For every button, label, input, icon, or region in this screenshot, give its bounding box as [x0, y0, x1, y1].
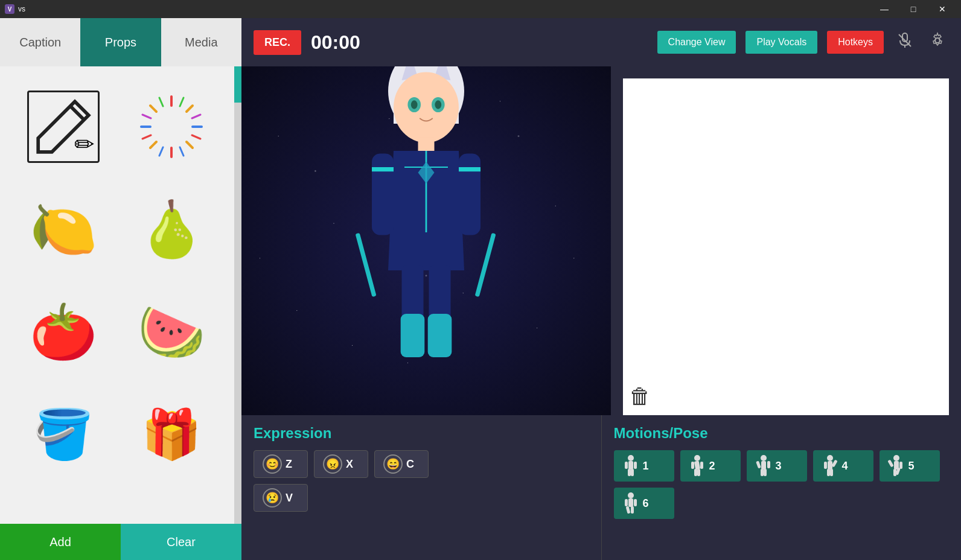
- sidebar-tabs: Caption Props Media: [0, 18, 241, 66]
- change-view-button[interactable]: Change View: [657, 31, 736, 54]
- expr-face-z: 😊: [263, 454, 282, 474]
- firework-icon: [135, 91, 208, 163]
- motion-button-2[interactable]: 2: [680, 450, 741, 482]
- svg-rect-32: [372, 154, 394, 235]
- maximize-button[interactable]: □: [899, 0, 927, 18]
- svg-point-66: [893, 455, 899, 461]
- svg-line-5: [187, 106, 193, 112]
- motion-button-1[interactable]: 1: [614, 450, 674, 482]
- svg-rect-55: [761, 461, 766, 469]
- expression-buttons: 😊 Z 😠 X 😄 C: [254, 450, 589, 512]
- rec-button[interactable]: REC.: [254, 30, 301, 55]
- motion-num-1: 1: [643, 460, 649, 472]
- prop-chest[interactable]: 🪣: [12, 386, 114, 483]
- prop-pear[interactable]: 🍐: [120, 181, 222, 278]
- svg-line-11: [192, 115, 200, 118]
- prop-tomato[interactable]: 🍅: [12, 284, 114, 380]
- gift-emoji: 🎁: [135, 398, 208, 471]
- svg-rect-46: [628, 469, 631, 476]
- minimize-button[interactable]: —: [870, 0, 898, 18]
- svg-rect-43: [628, 461, 633, 469]
- svg-rect-44: [625, 462, 628, 469]
- svg-line-8: [159, 98, 163, 106]
- svg-rect-53: [697, 469, 700, 476]
- svg-rect-69: [899, 462, 902, 469]
- expr-key-v: V: [286, 492, 293, 504]
- expression-panel: Expression 😊 Z 😠 X: [241, 415, 601, 560]
- expr-key-c: C: [406, 458, 414, 471]
- prop-firework[interactable]: [120, 78, 222, 175]
- trash-icon[interactable]: 🗑: [629, 384, 651, 409]
- motion-silhouette-2: [689, 455, 706, 477]
- motion-silhouette-6: [622, 492, 639, 514]
- expr-face-x: 😠: [323, 454, 342, 474]
- sidebar-bottom: Add Clear: [0, 524, 241, 560]
- motion-num-3: 3: [776, 460, 782, 472]
- mic-button[interactable]: [893, 29, 916, 56]
- sidebar-scrollbar[interactable]: [234, 66, 241, 524]
- motion-silhouette-1: [622, 455, 639, 477]
- svg-rect-61: [828, 461, 832, 469]
- svg-rect-35: [459, 167, 481, 171]
- toolbar: REC. 00:00 Change View Play Vocals Hotke…: [241, 18, 961, 66]
- svg-rect-62: [824, 462, 827, 469]
- svg-rect-51: [700, 462, 703, 469]
- motion-button-5[interactable]: 5: [880, 450, 940, 482]
- character-svg: [318, 66, 535, 415]
- prop-gift[interactable]: 🎁: [120, 386, 222, 483]
- add-button[interactable]: Add: [0, 524, 121, 560]
- sidebar-scroll-container: 🍋 🍐 🍅 🍉 🪣: [0, 66, 241, 524]
- motion-num-6: 6: [643, 497, 649, 510]
- svg-rect-39: [428, 314, 452, 357]
- prop-draw[interactable]: [12, 78, 114, 175]
- expr-button-z[interactable]: 😊 Z: [254, 450, 308, 478]
- expr-button-x[interactable]: 😠 X: [314, 450, 368, 478]
- character-view: [241, 66, 611, 415]
- settings-button[interactable]: [926, 29, 949, 56]
- svg-point-28: [411, 100, 418, 109]
- tab-media[interactable]: Media: [161, 18, 241, 66]
- preview-area: 🗑: [241, 66, 961, 415]
- svg-line-13: [192, 135, 200, 139]
- play-vocals-button[interactable]: Play Vocals: [745, 31, 817, 54]
- expr-button-v[interactable]: 😢 V: [254, 484, 308, 512]
- expr-row-1: 😊 Z 😠 X 😄 C: [254, 450, 589, 478]
- svg-rect-64: [827, 469, 830, 476]
- svg-line-15: [180, 147, 184, 156]
- svg-point-60: [827, 455, 833, 461]
- pear-emoji: 🍐: [135, 193, 208, 266]
- motion-button-6[interactable]: 6: [614, 488, 674, 519]
- sidebar: Caption Props Media: [0, 18, 241, 560]
- motion-button-3[interactable]: 3: [747, 450, 807, 482]
- svg-rect-45: [634, 462, 637, 469]
- main-content: Caption Props Media: [0, 18, 961, 560]
- tab-props[interactable]: Props: [80, 18, 161, 66]
- title-bar: V vs — □ ✕: [0, 0, 961, 18]
- expr-button-c[interactable]: 😄 C: [374, 450, 429, 478]
- gear-icon: [929, 32, 946, 49]
- hotkeys-button[interactable]: Hotkeys: [827, 31, 884, 54]
- tomato-emoji: 🍅: [27, 296, 100, 368]
- canvas-area[interactable]: 🗑: [623, 78, 949, 415]
- pencil-icon: [29, 91, 98, 163]
- svg-rect-65: [830, 469, 833, 476]
- motion-button-4[interactable]: 4: [813, 450, 873, 482]
- clear-button[interactable]: Clear: [121, 524, 241, 560]
- app-icon: V: [5, 4, 14, 14]
- svg-line-12: [142, 135, 151, 139]
- main-area: REC. 00:00 Change View Play Vocals Hotke…: [241, 18, 961, 560]
- svg-point-54: [761, 455, 767, 461]
- motion-num-2: 2: [709, 460, 715, 472]
- title-bar-controls: — □ ✕: [870, 0, 956, 18]
- prop-watermelon[interactable]: 🍉: [120, 284, 222, 380]
- chest-emoji: 🪣: [27, 398, 100, 471]
- expr-row-2: 😢 V: [254, 484, 589, 512]
- svg-rect-74: [625, 499, 628, 506]
- prop-lemon[interactable]: 🍋: [12, 181, 114, 278]
- expr-face-v: 😢: [263, 488, 282, 508]
- close-button[interactable]: ✕: [928, 0, 956, 18]
- svg-rect-34: [372, 167, 394, 171]
- svg-line-6: [150, 142, 156, 148]
- bottom-controls: Expression 😊 Z 😠 X: [241, 415, 961, 560]
- tab-caption[interactable]: Caption: [0, 18, 80, 66]
